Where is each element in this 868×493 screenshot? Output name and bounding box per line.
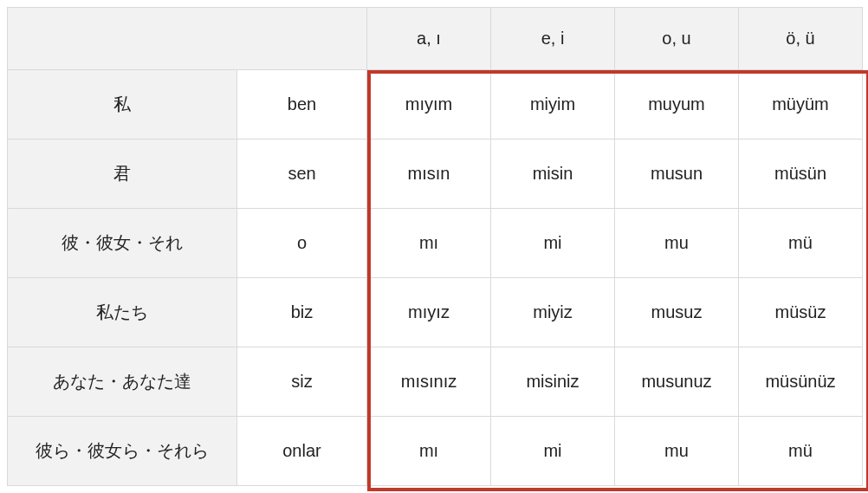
cell-suffix-a: mıyız — [367, 278, 491, 347]
header-col-o: o, u — [615, 8, 739, 70]
cell-suffix-ou: mü — [739, 417, 863, 486]
cell-suffix-o: musun — [615, 139, 739, 209]
cell-pronoun: onlar — [237, 417, 367, 486]
cell-pronoun: biz — [237, 278, 367, 347]
header-row: a, ı e, i o, u ö, ü — [8, 8, 863, 70]
cell-pronoun: ben — [237, 70, 367, 139]
cell-suffix-e: mi — [491, 209, 615, 278]
cell-suffix-o: mu — [615, 417, 739, 486]
cell-japanese: あなた・あなた達 — [8, 347, 237, 417]
cell-suffix-e: misin — [491, 139, 615, 209]
cell-suffix-e: miyiz — [491, 278, 615, 347]
cell-pronoun: siz — [237, 347, 367, 417]
cell-pronoun: o — [237, 209, 367, 278]
cell-suffix-o: muyum — [615, 70, 739, 139]
cell-suffix-ou: mü — [739, 209, 863, 278]
table-row: 彼・彼女・それ o mı mi mu mü — [8, 209, 863, 278]
cell-japanese: 彼・彼女・それ — [8, 209, 237, 278]
cell-suffix-e: misiniz — [491, 347, 615, 417]
cell-suffix-ou: müyüm — [739, 70, 863, 139]
cell-japanese: 私たち — [8, 278, 237, 347]
cell-suffix-e: mi — [491, 417, 615, 486]
cell-suffix-o: mu — [615, 209, 739, 278]
cell-suffix-o: musuz — [615, 278, 739, 347]
cell-japanese: 私 — [8, 70, 237, 139]
cell-suffix-a: mısınız — [367, 347, 491, 417]
cell-japanese: 君 — [8, 139, 237, 209]
conjugation-table: a, ı e, i o, u ö, ü 私 ben mıyım miyim mu… — [7, 7, 863, 486]
cell-suffix-ou: müsün — [739, 139, 863, 209]
table-row: 私たち biz mıyız miyiz musuz müsüz — [8, 278, 863, 347]
header-col-a: a, ı — [367, 8, 491, 70]
cell-suffix-a: mı — [367, 417, 491, 486]
cell-suffix-a: mı — [367, 209, 491, 278]
cell-suffix-e: miyim — [491, 70, 615, 139]
cell-suffix-ou: müsünüz — [739, 347, 863, 417]
table-row: あなた・あなた達 siz mısınız misiniz musunuz müs… — [8, 347, 863, 417]
table-row: 私 ben mıyım miyim muyum müyüm — [8, 70, 863, 139]
table-row: 君 sen mısın misin musun müsün — [8, 139, 863, 209]
cell-suffix-ou: müsüz — [739, 278, 863, 347]
header-col-ou: ö, ü — [739, 8, 863, 70]
cell-suffix-a: mısın — [367, 139, 491, 209]
cell-suffix-o: musunuz — [615, 347, 739, 417]
table-row: 彼ら・彼女ら・それら onlar mı mi mu mü — [8, 417, 863, 486]
cell-suffix-a: mıyım — [367, 70, 491, 139]
cell-pronoun: sen — [237, 139, 367, 209]
header-col-e: e, i — [491, 8, 615, 70]
header-blank — [8, 8, 367, 70]
table-container: a, ı e, i o, u ö, ü 私 ben mıyım miyim mu… — [7, 7, 861, 486]
cell-japanese: 彼ら・彼女ら・それら — [8, 417, 237, 486]
